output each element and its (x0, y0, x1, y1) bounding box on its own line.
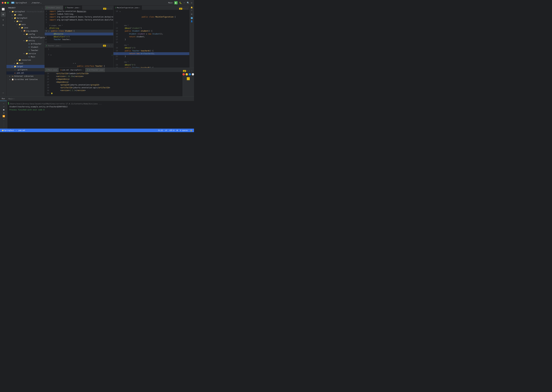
more-icon[interactable]: ⋮ (110, 7, 112, 10)
plugins-icon[interactable]: ⊞ (1, 23, 6, 27)
chevron-up-icon[interactable]: ↑ (107, 8, 108, 10)
diff-icon[interactable]: ≡ (191, 9, 192, 11)
close-window-button[interactable] (2, 2, 4, 4)
statusbar-file[interactable]: pom.xml (18, 129, 26, 131)
up-icon[interactable]: ↑ (187, 70, 188, 72)
settings-icon[interactable]: ⚙ (191, 2, 192, 4)
run-button[interactable]: ▶ (174, 1, 178, 4)
maximize-window-button[interactable] (7, 2, 9, 4)
project-panel-header[interactable]: Project ⌄ (7, 6, 44, 10)
run-output[interactable]: /Users/eve/Library/Java/JavaVirtualMachi… (8, 101, 194, 129)
tab-pom-xml[interactable]: m pom.xml (SpringTest) ✕ (59, 68, 85, 72)
tab-mainconfiguration-java[interactable]: J MainConfiguration.java ✕ (114, 6, 142, 10)
tab-artteacher-java[interactable]: J ArtTeacher.java (85, 68, 105, 72)
project-icon: 📁 (2, 129, 4, 131)
spring-icon[interactable] (191, 17, 193, 19)
tab-student-java[interactable]: J Student.java ✕ (45, 6, 63, 10)
statusbar-encoding[interactable]: UTF-8 (169, 129, 175, 131)
rerun-icon[interactable]: ↺ (2, 105, 6, 108)
chevron-down-icon[interactable]: ↓ (184, 8, 186, 10)
tree-label: .gitignore (17, 69, 27, 71)
java-class-icon: C (28, 46, 30, 48)
plugin-icon-4[interactable]: ⚪ (192, 73, 194, 76)
sidebar-item-springtest-root[interactable]: ▼ 📁 SpringTest ~/Desktop/CS/JavaEE/2 Jav… (7, 10, 44, 13)
sidebar-item-teacher[interactable]: ▶ I Teacher (7, 49, 44, 52)
statusbar-kotlin-icon[interactable]: K (176, 129, 178, 131)
tab-main-run[interactable]: Main ✕ (7, 97, 16, 101)
edit-icon[interactable]: ✏ (2, 102, 6, 104)
statusbar-line-sep[interactable]: LF (165, 129, 168, 131)
tab-close-icon[interactable]: ✕ (14, 98, 14, 99)
sidebar-item-target[interactable]: ▶ 📁 target (7, 65, 44, 68)
notifications-icon[interactable]: 🔔 (191, 7, 193, 8)
sidebar-item-java[interactable]: ▼ 📁 java (7, 26, 44, 29)
sidebar-item-test[interactable]: ▶ 📁 test (7, 62, 44, 65)
sidebar-item-idea[interactable]: ▶ 📁 .idea (7, 13, 44, 16)
more-icon[interactable]: ⋮ (191, 70, 193, 72)
sidebar-item-external-libs[interactable]: ▶ 🗂 External Libraries (7, 75, 44, 78)
plugin-icon-1[interactable]: 🔴 (182, 73, 185, 76)
more-actions-icon[interactable]: ⋯ (184, 1, 185, 4)
mainconfiguration-code[interactable]: 10 ⊙ public class MainConfiguration { 11 (114, 10, 189, 68)
chevron-down-icon[interactable]: ↓ (108, 8, 109, 10)
sidebar-item-main[interactable]: ▼ 📁 main (7, 23, 44, 26)
sidebar-item-main-class[interactable]: ▶ C Main (7, 55, 44, 58)
tab-close-icon[interactable]: ✕ (61, 7, 61, 8)
sidebar-item-src[interactable]: ▼ 📁 src (7, 20, 44, 23)
student-java-code[interactable]: 3 import jakarta.annotation.Resource; 4 … (45, 10, 113, 44)
plugin-icon-3[interactable]: 🔵 (189, 73, 191, 76)
down-icon[interactable]: ↓ (189, 70, 190, 72)
titlebar-right: Main ▶ 🐛 ⋯ 🔍 ⚙ (168, 1, 192, 4)
vcs-icon[interactable]: ⊕ (1, 12, 6, 17)
teacher-java-code[interactable]: 1 3 ⊙ (45, 48, 113, 68)
chevron-up-icon[interactable]: ↑ (183, 8, 184, 10)
search-icon[interactable]: 🔍 (187, 2, 189, 4)
forward-icon[interactable]: ⏩ (2, 115, 6, 117)
sidebar-item-config[interactable]: ▼ 📁 config (7, 33, 44, 36)
more-icon[interactable]: ⋮ (186, 7, 188, 10)
maven-icon[interactable]: m (191, 13, 192, 15)
java-file-icon: J (115, 7, 116, 9)
tab-close-icon[interactable]: ✕ (82, 69, 83, 71)
sidebar-item-student[interactable]: ▶ C Student (7, 46, 44, 49)
tab-close-icon[interactable]: ✕ (139, 7, 140, 8)
debug-icon[interactable]: 🐛 (179, 2, 182, 4)
stop-icon[interactable]: ■ (2, 108, 6, 111)
java-file-icon: J (46, 7, 48, 9)
sidebar-item-scratches[interactable]: ▶ 📋 Scratches and Consoles (7, 78, 44, 81)
tab-close-icon[interactable]: ✕ (79, 7, 80, 8)
tab-run[interactable]: Run (0, 97, 7, 101)
tab-main-java[interactable]: J Main.java (45, 68, 59, 72)
sidebar-item-artteacher[interactable]: ▶ C ArtTeacher (7, 42, 44, 46)
tab-close-icon[interactable]: ✕ (60, 45, 61, 47)
sidebar-item-gitignore[interactable]: ▶ ⊘ .gitignore (7, 68, 44, 71)
code-line: 28 <groupId>jakarta.annotation</groupId> (45, 84, 182, 86)
sidebar-item-resources[interactable]: ▶ 📁 resources (7, 58, 44, 62)
sidebar-item-org-example[interactable]: ▼ 📦 org.example (7, 29, 44, 33)
pom-xml-code[interactable]: 24 <artifactId>lombok</artifactId> 25 <v… (45, 72, 182, 96)
code-line: 22 (114, 58, 189, 61)
branch-selector[interactable]: ⎇ master ⌄ (31, 2, 42, 4)
extra-icon[interactable]: 👤 (191, 20, 193, 22)
sidebar-toggle-icon[interactable]: ⬜ (1, 7, 6, 11)
structure-icon[interactable]: ❖ (1, 17, 6, 22)
more-tools-icon[interactable]: ⋯ (1, 91, 6, 95)
pause-icon[interactable]: ⏸ (2, 112, 6, 114)
sidebar-item-entity[interactable]: ▼ 📁 entity (7, 39, 44, 42)
code-line: 16 return student; (114, 35, 189, 38)
statusbar-write-icon[interactable]: 🔓 (190, 129, 193, 131)
sidebar-item-mainconfiguration[interactable]: ▶ C MainConfiguration (7, 36, 44, 39)
sidebar-item-service[interactable]: ▼ 📁 service (7, 52, 44, 55)
more-run-icon[interactable]: ⋯ (2, 118, 6, 120)
statusbar-indent[interactable]: 4 spaces (179, 129, 188, 131)
statusbar-position[interactable]: 31:22 (158, 129, 163, 131)
more-icon[interactable]: ⋮ (110, 45, 112, 47)
minimize-window-button[interactable] (4, 2, 6, 4)
statusbar-project[interactable]: 📁 SpringTest (1, 129, 14, 131)
plugin-icon-2[interactable]: 🟡 (186, 73, 188, 76)
down-icon[interactable]: ↓ (109, 45, 110, 47)
up-icon[interactable]: ↑ (107, 45, 108, 47)
sidebar-item-springtest[interactable]: ▼ 📁 SpringTest (7, 16, 44, 20)
tab-teacher-java[interactable]: J Teacher.java ✕ (63, 6, 82, 10)
sidebar-item-pom-xml[interactable]: ▶ m pom.xml (7, 71, 44, 75)
